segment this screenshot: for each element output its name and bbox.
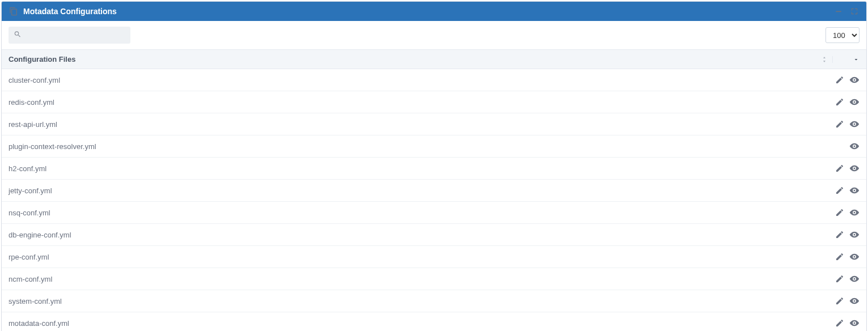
table-header: Configuration Files <box>2 50 866 69</box>
edit-icon[interactable] <box>835 207 845 218</box>
panel-title: Motadata Configurations <box>23 7 117 16</box>
config-file-name: ncm-conf.yml <box>9 275 835 283</box>
minimize-button[interactable] <box>833 6 844 16</box>
row-actions <box>835 318 859 328</box>
window-actions <box>833 6 859 16</box>
config-file-name: cluster-conf.yml <box>9 76 835 84</box>
search-icon <box>14 31 22 40</box>
search-box <box>9 27 130 44</box>
row-actions <box>849 141 859 151</box>
config-file-name: rpe-conf.yml <box>9 253 835 261</box>
table-row: system-conf.yml <box>2 290 866 312</box>
table-row: ncm-conf.yml <box>2 268 866 290</box>
expand-button[interactable] <box>849 6 859 16</box>
table-row: plugin-context-resolver.yml <box>2 135 866 158</box>
row-actions <box>835 185 859 196</box>
row-actions <box>835 75 859 85</box>
edit-icon[interactable] <box>835 252 845 262</box>
svg-rect-0 <box>836 11 841 12</box>
config-file-name: h2-conf.yml <box>9 164 835 173</box>
edit-icon[interactable] <box>835 318 845 328</box>
toolbar: 100 <box>2 21 866 50</box>
view-icon[interactable] <box>849 163 859 173</box>
view-icon[interactable] <box>849 274 859 284</box>
view-icon[interactable] <box>849 296 859 306</box>
table-row: h2-conf.yml <box>2 158 866 180</box>
config-file-name: system-conf.yml <box>9 297 835 305</box>
edit-icon[interactable] <box>835 119 845 129</box>
table-row: cluster-conf.yml <box>2 69 866 91</box>
sort-button[interactable] <box>816 56 832 63</box>
edit-icon[interactable] <box>835 163 845 173</box>
view-icon[interactable] <box>849 207 859 218</box>
edit-icon[interactable] <box>835 274 845 284</box>
row-actions <box>835 252 859 262</box>
config-file-name: rest-api-url.yml <box>9 120 835 129</box>
column-menu-button[interactable] <box>832 56 859 63</box>
panel-title-wrap: Motadata Configurations <box>9 6 833 16</box>
edit-icon[interactable] <box>835 296 845 306</box>
edit-icon[interactable] <box>835 97 845 107</box>
motadata-config-panel: Motadata Configurations 100 Configuratio… <box>1 1 867 331</box>
copy-icon <box>9 6 19 16</box>
table-row: rest-api-url.yml <box>2 113 866 135</box>
rows-container: cluster-conf.ymlredis-conf.ymlrest-api-u… <box>2 69 866 331</box>
column-header: Configuration Files <box>9 55 816 63</box>
page-size-select[interactable]: 100 <box>825 27 859 43</box>
view-icon[interactable] <box>849 119 859 129</box>
view-icon[interactable] <box>849 97 859 107</box>
view-icon[interactable] <box>849 252 859 262</box>
row-actions <box>835 97 859 107</box>
row-actions <box>835 230 859 240</box>
config-file-name: db-engine-conf.yml <box>9 231 835 239</box>
table-row: jetty-conf.yml <box>2 180 866 202</box>
table-row: redis-conf.yml <box>2 91 866 113</box>
row-actions <box>835 274 859 284</box>
row-actions <box>835 163 859 173</box>
config-file-name: plugin-context-resolver.yml <box>9 142 849 151</box>
panel-header: Motadata Configurations <box>2 2 866 21</box>
table-row: db-engine-conf.yml <box>2 224 866 246</box>
edit-icon[interactable] <box>835 75 845 85</box>
config-file-name: jetty-conf.yml <box>9 186 835 195</box>
view-icon[interactable] <box>849 230 859 240</box>
view-icon[interactable] <box>849 141 859 151</box>
view-icon[interactable] <box>849 185 859 196</box>
config-file-name: nsq-conf.yml <box>9 209 835 217</box>
config-file-name: redis-conf.yml <box>9 98 835 107</box>
table-row: motadata-conf.yml <box>2 312 866 331</box>
view-icon[interactable] <box>849 318 859 328</box>
edit-icon[interactable] <box>835 230 845 240</box>
view-icon[interactable] <box>849 75 859 85</box>
row-actions <box>835 119 859 129</box>
config-file-name: motadata-conf.yml <box>9 319 835 328</box>
row-actions <box>835 296 859 306</box>
edit-icon[interactable] <box>835 185 845 196</box>
table-row: nsq-conf.yml <box>2 202 866 224</box>
table-row: rpe-conf.yml <box>2 246 866 268</box>
row-actions <box>835 207 859 218</box>
search-input[interactable] <box>9 27 130 44</box>
